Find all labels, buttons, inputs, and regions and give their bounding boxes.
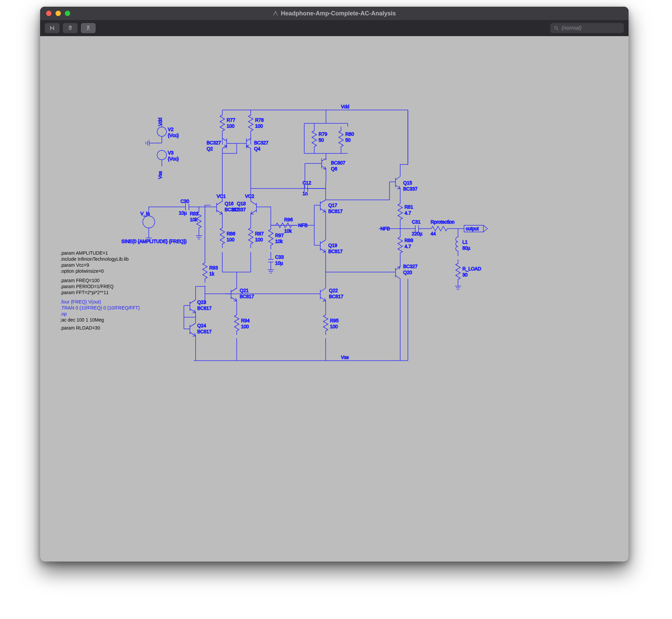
q2[interactable]: BC327 Q2 (207, 136, 227, 158)
svg-text:4.7: 4.7 (405, 210, 411, 216)
q20[interactable]: BC327 Q20 (390, 256, 418, 361)
close-button[interactable] (46, 11, 52, 16)
svg-text:Q4: Q4 (254, 146, 260, 151)
svg-text:V3: V3 (168, 150, 174, 155)
svg-text:50: 50 (319, 137, 324, 143)
cap-c33[interactable]: C33 10µ (268, 252, 284, 267)
q19[interactable]: Q19 BC817 (314, 225, 343, 272)
window-controls (40, 11, 70, 16)
svg-text:BC807: BC807 (331, 160, 345, 165)
source-vin[interactable]: V_in SINE(0 {AMPLITUDE} {FREQ}) (121, 207, 187, 244)
zoom-button[interactable] (65, 11, 70, 16)
svg-text:BC817: BC817 (197, 329, 212, 334)
svg-text:R81: R81 (405, 204, 413, 210)
res-r81[interactable]: R81 4.7 (398, 200, 413, 223)
q17[interactable]: Q17 BC817 (314, 183, 343, 225)
q24[interactable]: Q24 BC817 (184, 323, 212, 336)
res-r88[interactable]: R88 4.7 (398, 233, 413, 256)
svg-text:NFB: NFB (298, 223, 308, 228)
svg-point-5 (157, 150, 166, 160)
svg-point-69 (143, 216, 155, 228)
res-r80[interactable]: R80 50 (339, 127, 354, 151)
svg-text:R95: R95 (330, 318, 339, 323)
svg-text:BC327: BC327 (403, 264, 418, 269)
svg-text:Rprotection: Rprotection (430, 219, 455, 225)
ind-l1[interactable]: L1 80µ (456, 232, 470, 256)
svg-text:R96: R96 (284, 217, 293, 222)
net-output[interactable]: output (464, 225, 487, 232)
svg-text:Q6: Q6 (331, 166, 337, 171)
svg-text:BC327: BC327 (254, 140, 268, 145)
svg-text:100: 100 (255, 237, 263, 242)
svg-text:10µ: 10µ (275, 260, 283, 266)
res-r79[interactable]: R79 50 (312, 127, 327, 151)
res-r86[interactable]: R86 100 (220, 224, 236, 248)
res-r96[interactable]: R96 10k (271, 217, 297, 233)
svg-text:BC817: BC817 (240, 294, 254, 299)
svg-text:R79: R79 (319, 131, 327, 137)
res-rload[interactable]: R_LOAD 30 (456, 259, 481, 283)
source-v2[interactable]: V2 {Vcc} Vdd (157, 118, 179, 143)
svg-text:Q17: Q17 (328, 203, 337, 208)
svg-text:100: 100 (227, 123, 235, 129)
window-title-wrap: Headphone-Amp-Complete-AC-Analysis (40, 10, 628, 17)
svg-text:R97: R97 (275, 232, 284, 238)
res-r93[interactable]: R93 1k (203, 259, 218, 283)
q21[interactable]: Q21 BC817 (225, 288, 254, 311)
svg-text:C12: C12 (303, 180, 311, 186)
probe-button[interactable] (81, 23, 95, 33)
svg-text:C33: C33 (275, 254, 284, 260)
res-r94[interactable]: R94 100 (234, 311, 250, 335)
svg-text:BC817: BC817 (329, 294, 343, 299)
svg-text:Q21: Q21 (240, 288, 249, 293)
svg-text:220µ: 220µ (412, 231, 422, 236)
svg-text:Vdd: Vdd (157, 118, 163, 126)
svg-text:Q23: Q23 (197, 299, 206, 305)
res-r97[interactable]: R97 10k (268, 225, 284, 249)
svg-text:100: 100 (330, 324, 338, 329)
svg-text:Q16: Q16 (225, 201, 234, 206)
svg-text:R82: R82 (190, 211, 199, 216)
schematic-canvas[interactable]: Vdd Vss V2 {Vcc} Vdd V3 {Vcc} Vss (40, 36, 628, 561)
window-title: Headphone-Amp-Complete-AC-Analysis (281, 10, 396, 17)
svg-text:Vss: Vss (157, 171, 163, 179)
svg-text:10k: 10k (275, 238, 283, 244)
q15[interactable]: Q15 BC337 (390, 110, 418, 200)
res-r78[interactable]: R78 100 (249, 110, 264, 136)
spice-directives[interactable]: .param AMPLITUDE=1 .include InfinionTech… (60, 250, 140, 331)
svg-text:R80: R80 (345, 131, 354, 137)
svg-text:R86: R86 (227, 231, 236, 236)
q22[interactable]: Q22 BC817 (314, 272, 343, 311)
res-r95[interactable]: R95 100 (323, 311, 339, 335)
svg-text:V2: V2 (168, 127, 174, 132)
res-r77[interactable]: R77 100 (220, 110, 236, 136)
cap-c12[interactable]: C12 1n (303, 180, 311, 196)
q4[interactable]: BC327 Q4 (247, 136, 268, 158)
svg-text:1n: 1n (303, 191, 308, 196)
svg-text:BC817: BC817 (328, 249, 343, 254)
svg-text:1k: 1k (209, 271, 215, 276)
svg-text:R78: R78 (255, 117, 264, 123)
res-r82[interactable]: R82 10k (190, 207, 201, 233)
search-field[interactable]: (normal) (550, 23, 624, 33)
net-vss: Vss (341, 355, 349, 360)
svg-text:Q24: Q24 (197, 323, 206, 328)
svg-text:Q2: Q2 (207, 146, 213, 151)
run-button[interactable] (45, 23, 60, 33)
source-v3[interactable]: V3 {Vcc} Vss (157, 150, 179, 179)
svg-text:4.7: 4.7 (405, 244, 411, 249)
cap-c31[interactable]: C31 220µ (412, 219, 428, 236)
q18[interactable]: Q18 BC337 (231, 199, 262, 224)
res-rprot[interactable]: Rprotection 44 (428, 219, 455, 236)
svg-text:R94: R94 (241, 318, 250, 323)
svg-text:R77: R77 (227, 117, 236, 123)
minimize-button[interactable] (56, 11, 61, 16)
q6[interactable]: BC807 Q6 (322, 153, 345, 183)
svg-text:output: output (466, 226, 479, 231)
svg-text:SINE(0 {AMPLITUDE} {FREQ}): SINE(0 {AMPLITUDE} {FREQ}) (121, 238, 187, 244)
svg-text:Q20: Q20 (403, 270, 412, 275)
q23[interactable]: Q23 BC817 (184, 299, 212, 313)
svg-point-1 (157, 127, 166, 136)
res-r87[interactable]: R87 100 (249, 224, 264, 248)
pan-button[interactable] (63, 23, 78, 33)
